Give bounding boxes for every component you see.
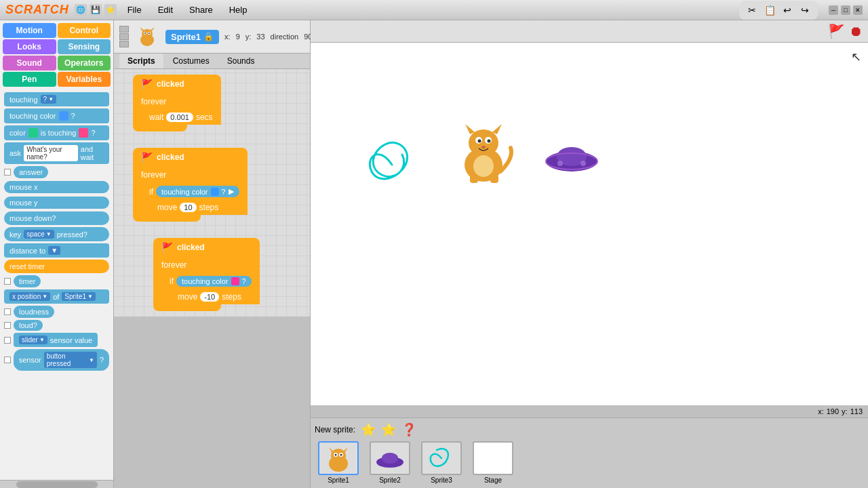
tab-sounds[interactable]: Sounds bbox=[219, 54, 263, 68]
distance-dropdown[interactable]: ▼ bbox=[48, 246, 60, 255]
menu-help[interactable]: Help bbox=[226, 3, 250, 16]
minimize-button[interactable]: ─ bbox=[829, 5, 838, 15]
svg-marker-2 bbox=[140, 27, 144, 31]
block-loud[interactable]: loud? bbox=[14, 320, 43, 331]
block-key-pressed[interactable]: key space▼ pressed? bbox=[4, 227, 109, 241]
collapse-icon[interactable] bbox=[119, 26, 129, 33]
svg-marker-27 bbox=[329, 447, 334, 452]
sprite-item-3[interactable]: Sprite3 bbox=[418, 441, 465, 484]
x-label: x: bbox=[224, 33, 231, 41]
sprite-thumb-3 bbox=[421, 441, 462, 475]
hat-block-2[interactable]: 🚩 clicked bbox=[133, 148, 248, 167]
category-operators[interactable]: Operators bbox=[58, 56, 111, 70]
if-block-2[interactable]: if touching color ? ▶ bbox=[133, 183, 248, 200]
forever-block-2[interactable]: forever bbox=[133, 167, 248, 183]
block-distance-to[interactable]: distance to ▼ bbox=[4, 243, 109, 258]
sprite-dropdown[interactable]: Sprite1▼ bbox=[62, 292, 96, 301]
condition-block-3[interactable]: touching color ? bbox=[176, 276, 252, 287]
menu-share[interactable]: Share bbox=[186, 3, 216, 16]
sprite-coords: x: 9 y: 33 direction 90 bbox=[224, 33, 312, 41]
block-touching[interactable]: touching ?▼ bbox=[4, 92, 109, 106]
timer-checkbox[interactable] bbox=[4, 278, 11, 285]
globe-icon[interactable]: 🌐 bbox=[75, 4, 87, 16]
block-loudness[interactable]: loudness bbox=[14, 306, 54, 318]
wait-value-1: 0.001 bbox=[166, 113, 193, 122]
undo-icon[interactable]: ↩ bbox=[780, 3, 795, 18]
stage-y-label: y: bbox=[842, 407, 848, 415]
sprite-item-1[interactable]: Sprite1 bbox=[315, 441, 362, 484]
script-stack-3: 🚩 clicked forever if touching color ? mo… bbox=[153, 238, 260, 311]
stamp-sprite-button[interactable]: ⭐ bbox=[381, 422, 396, 437]
move-block-2[interactable]: move 10 steps bbox=[133, 200, 248, 215]
category-control[interactable]: Control bbox=[58, 23, 111, 38]
sprite-item-2[interactable]: Sprite2 bbox=[366, 441, 414, 484]
palette-scrollbar[interactable] bbox=[0, 480, 113, 488]
loud-checkbox[interactable] bbox=[4, 322, 11, 329]
hat-block-3[interactable]: 🚩 clicked bbox=[153, 238, 260, 257]
category-sound[interactable]: Sound bbox=[3, 56, 56, 70]
block-mouse-x[interactable]: mouse x bbox=[4, 181, 109, 193]
star-icon[interactable]: ⭐ bbox=[104, 4, 117, 16]
block-timer[interactable]: timer bbox=[14, 275, 41, 287]
stage-canvas[interactable]: ↖ bbox=[311, 43, 868, 405]
copy-icon[interactable]: 📋 bbox=[762, 3, 777, 18]
sprite-label-2: Sprite2 bbox=[379, 476, 401, 484]
hat-block-1[interactable]: 🚩 clicked bbox=[133, 75, 221, 94]
main-area: Motion Control Looks Sensing Sound Opera… bbox=[0, 20, 868, 488]
wait-block-1[interactable]: wait 0.001 secs bbox=[133, 110, 221, 125]
svg-point-19 bbox=[473, 155, 494, 177]
menu-file[interactable]: File bbox=[125, 3, 144, 16]
color-swatch-2 bbox=[28, 128, 38, 138]
shrink-icon[interactable] bbox=[119, 33, 129, 40]
sensor-dropdown[interactable]: button pressed▼ bbox=[44, 352, 97, 368]
block-ask[interactable]: ask What's your name? and wait bbox=[4, 142, 109, 164]
if-block-3[interactable]: if touching color ? bbox=[153, 273, 260, 289]
move-unit-2: steps bbox=[199, 203, 219, 212]
cut-icon[interactable]: ✂ bbox=[745, 3, 760, 18]
slider-dropdown[interactable]: slider▼ bbox=[19, 336, 47, 344]
svg-point-24 bbox=[580, 161, 586, 166]
attrib-dropdown[interactable]: x position▼ bbox=[9, 292, 50, 301]
green-flag-button[interactable]: 🚩 bbox=[828, 23, 845, 39]
maximize-button[interactable]: □ bbox=[841, 5, 850, 15]
close-button[interactable]: ✕ bbox=[853, 5, 863, 15]
category-variables[interactable]: Variables bbox=[58, 72, 111, 87]
loudness-checkbox[interactable] bbox=[4, 308, 11, 315]
x-value: 9 bbox=[236, 33, 240, 41]
category-pen[interactable]: Pen bbox=[3, 72, 56, 87]
block-x-position[interactable]: x position▼ of Sprite1▼ bbox=[4, 289, 109, 304]
menu-edit[interactable]: Edit bbox=[155, 3, 176, 16]
stage-item[interactable]: Stage bbox=[469, 441, 517, 484]
slider-checkbox[interactable] bbox=[4, 337, 11, 344]
script-stack-2: 🚩 clicked forever if touching color ? ▶ … bbox=[133, 148, 248, 222]
block-color-is-touching[interactable]: color is touching ? bbox=[4, 125, 109, 140]
block-mouse-down[interactable]: mouse down? bbox=[4, 211, 109, 225]
category-motion[interactable]: Motion bbox=[3, 23, 56, 38]
key-dropdown[interactable]: space▼ bbox=[24, 230, 54, 239]
save-icon[interactable]: 💾 bbox=[90, 4, 102, 16]
move-block-3[interactable]: move -10 steps bbox=[153, 289, 260, 304]
paint-sprite-button[interactable]: ⭐ bbox=[361, 422, 376, 437]
block-answer[interactable]: answer bbox=[14, 166, 48, 178]
tab-scripts[interactable]: Scripts bbox=[119, 54, 163, 68]
block-slider[interactable]: slider▼ sensor value bbox=[14, 333, 98, 347]
touching-dropdown[interactable]: ?▼ bbox=[41, 95, 56, 104]
category-looks[interactable]: Looks bbox=[3, 39, 56, 54]
block-reset-timer[interactable]: reset timer bbox=[4, 260, 109, 273]
tab-costumes[interactable]: Costumes bbox=[165, 54, 218, 68]
answer-checkbox[interactable] bbox=[4, 169, 11, 176]
category-sensing[interactable]: Sensing bbox=[58, 39, 111, 54]
nav-icons bbox=[119, 26, 129, 47]
block-sensor[interactable]: sensor button pressed▼ ? bbox=[14, 349, 109, 371]
sensor-checkbox[interactable] bbox=[4, 357, 11, 363]
redo-icon[interactable]: ↪ bbox=[797, 3, 812, 18]
hat-label-1: clicked bbox=[157, 79, 184, 89]
condition-block-2[interactable]: touching color ? ▶ bbox=[156, 186, 239, 197]
surprise-sprite-button[interactable]: ❓ bbox=[401, 422, 416, 437]
stop-button[interactable]: ⏺ bbox=[849, 24, 863, 39]
expand-icon[interactable] bbox=[119, 41, 129, 47]
forever-block-1[interactable]: forever bbox=[133, 94, 221, 110]
block-mouse-y[interactable]: mouse y bbox=[4, 197, 109, 209]
forever-block-3[interactable]: forever bbox=[153, 257, 260, 273]
block-touching-color[interactable]: touching color ? bbox=[4, 108, 109, 123]
